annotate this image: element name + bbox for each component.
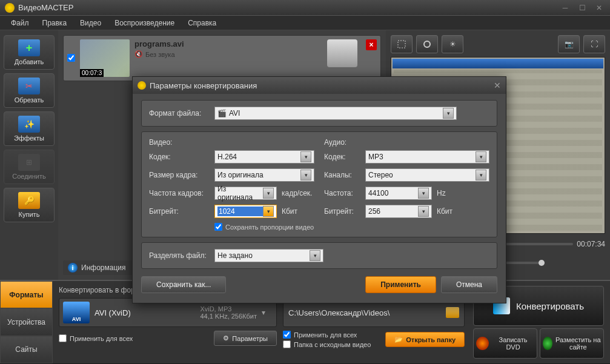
folder-icon[interactable] [446,307,459,318]
brightness-tool-button[interactable]: ☀ [442,35,463,53]
file-audio-note: 🔇 Без звука [134,50,322,58]
menu-help[interactable]: Справка [182,16,222,30]
audio-header: Аудио: [324,138,489,147]
svg-point-1 [424,41,430,47]
video-bitrate-unit: Кбит [282,207,314,216]
add-icon: + [18,39,40,56]
video-settings-column: Видео: Кодек: H.264▾ Размер кадра: Из ор… [149,138,314,231]
frame-size-label: Размер кадра: [149,171,210,179]
apply-all-checkbox[interactable]: Применить для всех [59,334,133,342]
dvd-icon [476,337,489,350]
audio-codec-label: Кодек: [324,153,360,161]
audio-bitrate-select[interactable]: 256▾ [365,205,432,218]
frame-size-select[interactable]: Из оригинала▾ [214,168,314,182]
format-detail: XviD, MP3 44,1 KHz, 256Кбит [200,305,257,320]
open-folder-button[interactable]: 📂Открыть папку [385,332,465,347]
channels-label: Каналы: [324,171,360,179]
cancel-button[interactable]: Отмена [441,276,497,293]
menu-playback[interactable]: Воспроизведение [108,16,181,30]
save-apply-all-checkbox[interactable]: Применить для всех [283,331,371,339]
tab-devices[interactable]: Устройства [0,308,53,336]
fps-select[interactable]: Из оригинала▾ [214,187,277,200]
parameters-button[interactable]: ⚙Параметры [214,331,277,346]
chevron-down-icon[interactable]: ▾ [300,170,311,180]
video-bitrate-select[interactable]: 1024▾ [214,205,277,218]
file-format-select[interactable]: 🎬 AVI ▾ [214,107,457,120]
sidebar-effects-button[interactable]: ✨ Эффекты [4,111,55,146]
tab-formats[interactable]: Форматы [0,281,53,308]
format-name: AVI (XviD) [94,308,131,317]
chevron-down-icon[interactable]: ▾ [476,151,486,162]
split-label: Разделять файл: [149,251,210,260]
sidebar-buy-button[interactable]: 🔑 Купить [4,188,55,222]
chevron-down-icon[interactable]: ▾ [263,188,274,199]
chevron-down-icon[interactable]: ▾ [476,170,486,180]
chevron-down-icon[interactable]: ▾ [310,250,320,261]
chevron-down-icon[interactable]: ▾ [443,108,454,119]
folder-open-icon: 📂 [394,336,403,343]
burn-dvd-button[interactable]: Записать DVD [473,328,537,359]
dialog-logo-icon [138,81,146,90]
keep-aspect-checkbox[interactable]: Сохранять пропорции видео [214,223,314,231]
dialog-close-button[interactable]: ✕ [494,81,501,90]
file-info: programs.avi 🔇 Без звука [134,39,322,58]
convert-parameters-dialog: Параметры конвертирования ✕ Формат файла… [132,76,506,303]
sidebar-item-label: Добавить [15,58,44,65]
remove-file-button[interactable]: × [366,39,377,50]
file-thumbnail: 00:07:3 [80,39,130,77]
sidebar-add-button[interactable]: + Добавить [4,35,55,70]
svg-rect-0 [398,41,405,48]
frequency-unit: Hz [437,189,455,197]
chevron-down-icon[interactable]: ▾ [262,308,273,317]
save-path: C:\Users\Олександр\Videos\ [288,308,441,317]
chevron-down-icon[interactable]: ▾ [418,206,429,217]
tab-sites[interactable]: Сайты [0,336,53,363]
chevron-down-icon[interactable]: ▾ [300,151,311,162]
file-format-label: Формат файла: [149,109,210,117]
channels-select[interactable]: Стерео▾ [365,168,489,182]
sidebar-join-button: ⊞ Соединить [4,150,55,184]
speaker-icon: 🔇 [134,50,143,58]
app-title: ВидеоМАСТЕР [18,3,559,12]
save-as-button[interactable]: Сохранить как... [141,276,226,293]
split-select[interactable]: Не задано▾ [214,249,323,262]
join-icon: ⊞ [18,154,40,171]
audio-codec-select[interactable]: MP3▾ [365,150,489,164]
crop-tool-button[interactable] [391,35,413,53]
window-titlebar: ВидеоМАСТЕР ─ ☐ ✕ [0,0,610,16]
close-window-button[interactable]: ✕ [593,4,605,12]
maximize-button[interactable]: ☐ [576,4,588,12]
same-folder-checkbox[interactable]: Папка с исходным видео [283,340,371,348]
gear-icon: ⚙ [223,334,229,342]
frequency-select[interactable]: 44100▾ [365,187,432,200]
fps-unit: кадр/сек. [282,189,314,197]
chevron-down-icon[interactable]: ▾ [263,206,274,217]
menu-edit[interactable]: Правка [36,16,73,30]
preview-time: 00:07:34 [577,240,605,248]
snapshot-button[interactable]: 📷 [558,35,580,53]
sidebar-item-label: Купить [19,211,40,218]
chevron-down-icon[interactable]: ▾ [418,188,429,199]
sidebar-item-label: Соединить [12,173,46,180]
publish-web-button[interactable]: Разместить на сайте [540,328,604,359]
menu-file[interactable]: Файл [5,16,35,30]
file-select-checkbox[interactable] [67,54,75,62]
menu-bar: Файл Правка Видео Воспроизведение Справк… [0,16,610,30]
app-logo-icon [5,3,15,13]
menu-video[interactable]: Видео [74,16,107,30]
frequency-label: Частота: [324,189,360,197]
video-bitrate-label: Битрейт: [149,207,210,216]
video-codec-select[interactable]: H.264▾ [214,150,314,164]
settings-tool-button[interactable] [416,35,438,53]
fullscreen-button[interactable]: ⛶ [583,35,605,53]
file-row[interactable]: 00:07:3 programs.avi 🔇 Без звука × [63,35,381,81]
file-name: programs.avi [134,39,322,48]
left-sidebar: + Добавить ✂ Обрезать ✨ Эффекты ⊞ Соедин… [0,30,58,280]
thumbnail-timestamp: 00:07:3 [80,69,104,77]
dialog-titlebar[interactable]: Параметры конвертирования ✕ [133,77,506,94]
minimize-button[interactable]: ─ [559,4,571,12]
audio-settings-column: Аудио: Кодек: MP3▾ Каналы: Стерео▾ Часто… [324,138,489,231]
globe-icon [543,337,552,350]
apply-button[interactable]: Применить [365,276,436,293]
sidebar-cut-button[interactable]: ✂ Обрезать [4,73,55,108]
